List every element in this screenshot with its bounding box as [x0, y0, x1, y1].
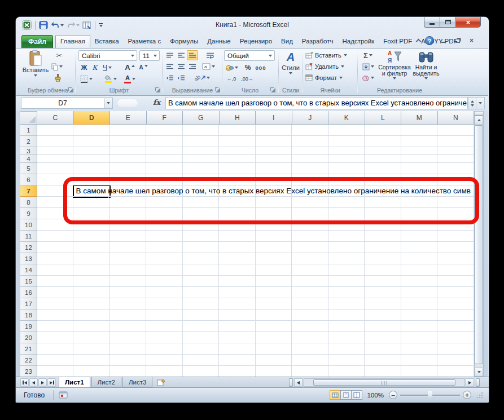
- ribbon-tab-Вставка[interactable]: Вставка: [90, 35, 124, 48]
- row-header-18[interactable]: 18: [20, 310, 37, 321]
- column-header-C[interactable]: C: [37, 111, 74, 125]
- row-header-17[interactable]: 17: [20, 298, 37, 310]
- row-header-14[interactable]: 14: [20, 264, 37, 276]
- format-painter-button[interactable]: [52, 73, 63, 83]
- grid-row-23[interactable]: [37, 366, 474, 377]
- delete-cells-button[interactable]: Удалить: [305, 61, 344, 72]
- column-header-D[interactable]: D: [74, 111, 111, 125]
- expand-formula-bar-button[interactable]: [476, 97, 485, 109]
- increase-indent-button[interactable]: [176, 73, 187, 83]
- ribbon-tab-Вид[interactable]: Вид: [277, 35, 297, 48]
- column-header-F[interactable]: F: [147, 111, 183, 125]
- row-header-11[interactable]: 11: [20, 231, 37, 242]
- row-header-13[interactable]: 13: [20, 253, 37, 264]
- workbook-minimize-button[interactable]: [439, 37, 448, 45]
- workbook-close-button[interactable]: ×: [467, 37, 476, 45]
- row-header-20[interactable]: 20: [20, 332, 37, 343]
- accounting-format-button[interactable]: [224, 63, 240, 73]
- grid-row-19[interactable]: [37, 321, 474, 332]
- grid-row-2[interactable]: [37, 136, 474, 147]
- collapse-ribbon-icon[interactable]: [416, 39, 422, 45]
- horizontal-scroll-thumb[interactable]: [313, 379, 455, 386]
- zoom-out-button[interactable]: –: [389, 391, 397, 399]
- insert-worksheet-tab[interactable]: [154, 377, 169, 387]
- column-header-H[interactable]: H: [220, 111, 256, 125]
- merge-center-button[interactable]: a: [199, 61, 217, 72]
- find-select-button[interactable]: Найти и выделить: [411, 50, 441, 87]
- column-header-M[interactable]: M: [401, 111, 438, 125]
- grid-row-3[interactable]: [37, 147, 474, 155]
- grid-row-13[interactable]: [37, 253, 474, 264]
- select-all-corner[interactable]: [20, 111, 37, 125]
- format-cells-button[interactable]: Формат: [305, 73, 343, 83]
- row-header-8[interactable]: 8: [20, 197, 37, 208]
- name-box-dropdown[interactable]: [104, 98, 113, 109]
- align-middle-button[interactable]: [176, 50, 187, 60]
- minimize-button[interactable]: [424, 17, 440, 28]
- number-dialog-launcher[interactable]: [270, 87, 275, 92]
- ribbon-tab-Разметка с[interactable]: Разметка с: [124, 35, 166, 48]
- zoom-in-button[interactable]: +: [463, 391, 471, 399]
- comma-style-button[interactable]: 000: [253, 63, 268, 73]
- font-name-select[interactable]: Calibri: [78, 50, 137, 61]
- number-format-select[interactable]: Общий: [224, 50, 275, 61]
- grid-row-21[interactable]: [37, 343, 474, 355]
- grid-row-22[interactable]: [37, 355, 474, 366]
- row-header-22[interactable]: 22: [20, 355, 37, 366]
- clear-button[interactable]: [360, 73, 376, 83]
- increase-decimal-button[interactable]: ←,0: [224, 74, 239, 84]
- cut-button[interactable]: ✂: [54, 50, 65, 60]
- next-sheet-button[interactable]: [38, 378, 47, 387]
- horizontal-scrollbar[interactable]: [304, 378, 465, 387]
- ribbon-tab-Foxit PDF[interactable]: Foxit PDF: [379, 35, 417, 48]
- sort-filter-button[interactable]: А Я Сортировка и фильтр: [379, 50, 410, 87]
- ribbon-tab-Разработч[interactable]: Разработч: [297, 35, 338, 48]
- borders-button[interactable]: [78, 74, 94, 84]
- align-top-button[interactable]: [164, 50, 176, 60]
- row-header-5[interactable]: 5: [20, 163, 37, 174]
- scroll-down-button[interactable]: [475, 368, 483, 377]
- font-color-button[interactable]: А: [121, 74, 138, 84]
- grid-row-6[interactable]: [37, 174, 474, 185]
- align-center-button[interactable]: [176, 61, 187, 72]
- grid-row-10[interactable]: [37, 219, 474, 231]
- row-header-12[interactable]: 12: [20, 242, 37, 253]
- scroll-left-button[interactable]: [294, 378, 303, 387]
- view-page-break-button[interactable]: [351, 390, 362, 400]
- font-dialog-launcher[interactable]: [155, 87, 160, 92]
- grid-row-8[interactable]: [37, 197, 474, 208]
- grid-row-20[interactable]: [37, 332, 474, 343]
- underline-button[interactable]: Ч: [100, 63, 115, 73]
- cells-area[interactable]: В самом начале шел разговор о том, что в…: [37, 125, 474, 377]
- row-header-2[interactable]: 2: [20, 136, 37, 147]
- copy-button[interactable]: [51, 61, 63, 72]
- grid-row-14[interactable]: [37, 264, 474, 276]
- grid-row-1[interactable]: [37, 125, 474, 136]
- sheet-tab-Лист3[interactable]: Лист3: [122, 377, 152, 387]
- formula-input[interactable]: В самом начале шел разговор о том, что в…: [165, 97, 468, 109]
- row-header-6[interactable]: 6: [20, 174, 37, 185]
- fill-color-button[interactable]: [102, 74, 119, 84]
- bold-button[interactable]: Ж: [78, 63, 90, 73]
- close-button[interactable]: ×: [455, 17, 481, 28]
- align-right-button[interactable]: [187, 61, 198, 72]
- row-header-10[interactable]: 10: [20, 219, 37, 231]
- row-header-23[interactable]: 23: [20, 366, 37, 377]
- wrap-text-button[interactable]: [203, 50, 217, 60]
- grid-row-11[interactable]: [37, 231, 474, 242]
- ribbon-tab-Рецензиро[interactable]: Рецензиро: [235, 35, 277, 48]
- workbook-restore-button[interactable]: [453, 37, 462, 45]
- grid-row-4[interactable]: [37, 155, 474, 163]
- grid-row-5[interactable]: [37, 163, 474, 174]
- ribbon-tab-Главная[interactable]: Главная: [55, 35, 90, 48]
- grid-row-17[interactable]: [37, 298, 474, 310]
- last-sheet-button[interactable]: [47, 378, 56, 387]
- paste-button[interactable]: Вставить: [22, 50, 49, 86]
- ribbon-tab-Надстройк[interactable]: Надстройк: [338, 35, 379, 48]
- alignment-dialog-launcher[interactable]: [214, 87, 220, 92]
- row-header-19[interactable]: 19: [20, 321, 37, 332]
- name-box[interactable]: D7: [21, 98, 104, 109]
- row-header-3[interactable]: 3: [20, 147, 37, 155]
- row-header-7[interactable]: 7: [20, 185, 37, 197]
- row-header-1[interactable]: 1: [20, 125, 37, 136]
